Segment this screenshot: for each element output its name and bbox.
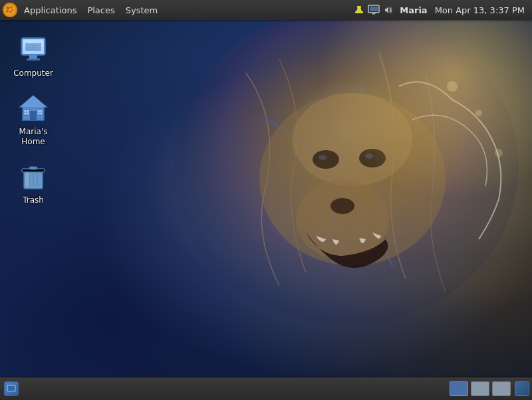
workspace-1-button[interactable] [450, 381, 468, 396]
computer-icon[interactable]: Computer [3, 30, 63, 83]
taskbar-left: Applications Places System [0, 0, 163, 20]
svg-point-15 [7, 7, 10, 10]
workspace-2-button[interactable] [471, 381, 489, 396]
svg-rect-24 [372, 13, 376, 14]
svg-rect-21 [357, 6, 361, 8]
taskbar-end-button[interactable] [515, 381, 529, 396]
bottom-taskbar [0, 377, 532, 400]
trash-label: Trash [23, 195, 44, 206]
svg-marker-36 [20, 96, 47, 107]
datetime-label: Mon Apr 13, 3:37 PM [432, 0, 528, 20]
volume-tray-icon[interactable] [382, 4, 394, 16]
workspace-switcher [446, 377, 532, 400]
svg-rect-23 [370, 7, 378, 11]
svg-rect-20 [355, 11, 363, 13]
username-label: Maria [396, 0, 431, 20]
svg-point-14 [5, 5, 15, 15]
svg-rect-13 [146, 20, 532, 379]
svg-rect-25 [372, 14, 375, 15]
svg-rect-29 [29, 55, 37, 58]
display-tray-icon[interactable] [368, 4, 380, 16]
svg-point-17 [12, 9, 14, 11]
top-taskbar: Applications Places System [0, 0, 532, 20]
system-menu[interactable]: System [120, 0, 163, 20]
workspace-3-button[interactable] [492, 381, 511, 396]
home-label: Maria's Home [7, 127, 59, 148]
bottom-left [0, 381, 23, 396]
svg-rect-30 [27, 58, 40, 60]
svg-rect-52 [8, 386, 15, 391]
svg-point-19 [9, 11, 12, 13]
computer-label: Computer [13, 68, 53, 79]
svg-point-16 [10, 6, 13, 9]
edit-tray-icon[interactable] [353, 4, 365, 16]
svg-rect-50 [25, 172, 29, 187]
trash-icon[interactable]: Trash [3, 157, 63, 210]
svg-rect-37 [30, 111, 37, 120]
taskbar-right: Maria Mon Apr 13, 3:37 PM [352, 0, 532, 20]
gnome-logo[interactable] [3, 3, 17, 17]
home-icon[interactable]: Maria's Home [3, 88, 63, 151]
places-menu[interactable]: Places [82, 0, 120, 20]
lion-wallpaper [146, 20, 532, 379]
desktop: Applications Places System [0, 0, 532, 400]
svg-rect-46 [29, 167, 37, 169]
desktop-icon-area: Computer Maria's Home [0, 27, 120, 218]
svg-point-18 [6, 10, 9, 13]
applications-menu[interactable]: Applications [19, 0, 82, 20]
show-desktop-button[interactable] [4, 381, 19, 396]
menu-bar: Applications Places System [19, 0, 163, 20]
